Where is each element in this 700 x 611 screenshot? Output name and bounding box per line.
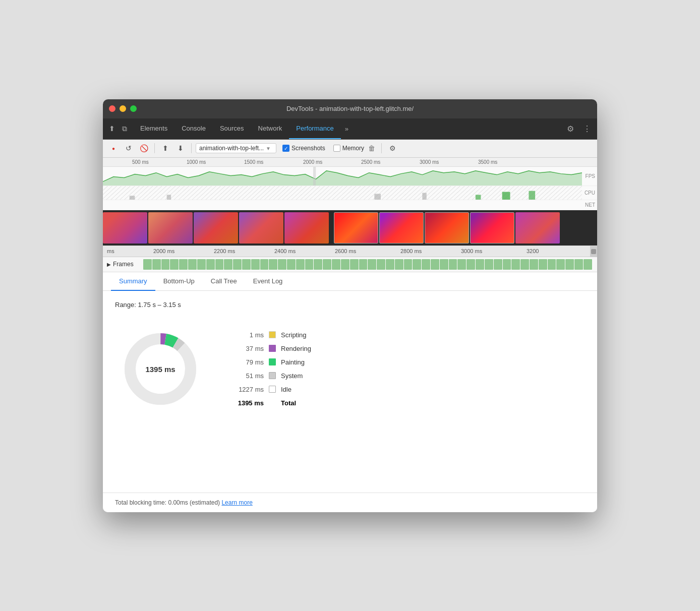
screenshot-thumb-5[interactable] (284, 212, 329, 243)
devtools-window: DevTools - animation-with-top-left.glitc… (103, 99, 597, 512)
tab-summary[interactable]: Summary (111, 272, 155, 291)
cpu-label: CPU (585, 190, 595, 196)
settings-icon[interactable]: ⚙ (565, 122, 576, 136)
time-marker2-2400: 2400 ms (274, 248, 296, 254)
toolbar-divider-2 (191, 143, 192, 153)
screenshots-checkbox[interactable]: ✓ (282, 145, 289, 152)
scripting-value: 1 ms (236, 331, 264, 339)
dropdown-arrow: ▼ (266, 146, 271, 151)
time-marker2-3000: 3000 ms (461, 248, 482, 254)
tab-bottom-up[interactable]: Bottom-Up (155, 272, 203, 291)
frame-bar (287, 259, 296, 270)
url-dropdown[interactable]: animation-with-top-left... ▼ (196, 143, 276, 153)
tab-console[interactable]: Console (174, 118, 213, 139)
memory-toggle-group: Memory (333, 145, 364, 152)
frame-bar (359, 259, 368, 270)
time-marker-3500: 3500 ms (477, 159, 497, 165)
screenshot-thumb-4[interactable] (239, 212, 283, 243)
frame-bar (530, 259, 538, 270)
import-button[interactable]: ⬆ (159, 142, 172, 155)
frame-bar (143, 259, 152, 270)
frame-bar (449, 259, 457, 270)
screenshot-thumb-9[interactable] (470, 212, 514, 243)
screenshots-strip (103, 210, 597, 246)
frame-bar (466, 259, 475, 270)
time-marker2-2200: 2200 ms (214, 248, 235, 254)
reload-button[interactable]: ↺ (122, 142, 135, 155)
analysis-tabs: Summary Bottom-Up Call Tree Event Log (103, 272, 597, 291)
frames-triangle-icon[interactable]: ▶ (107, 262, 111, 267)
check-icon: ✓ (284, 146, 288, 151)
range-text: Range: 1.75 s – 3.15 s (115, 301, 585, 309)
legend-row-painting: 79 ms Painting (236, 358, 311, 366)
minimize-button[interactable] (120, 105, 126, 112)
tab-event-log[interactable]: Event Log (245, 272, 291, 291)
frames-bars (143, 259, 592, 270)
frame-bar (224, 259, 232, 270)
tab-performance[interactable]: Performance (289, 118, 340, 139)
frame-bar (179, 259, 188, 270)
screenshot-thumb-6[interactable] (334, 212, 378, 243)
net-label: NET (585, 202, 595, 208)
tab-network[interactable]: Network (251, 118, 289, 139)
painting-value: 79 ms (236, 358, 264, 366)
export-button[interactable]: ⬇ (174, 142, 187, 155)
record-button[interactable]: ● (107, 142, 120, 155)
frame-bar (485, 259, 493, 270)
cpu-row: CPU (103, 186, 597, 200)
time-marker2-2800: 2800 ms (400, 248, 422, 254)
frame-bar (368, 259, 376, 270)
screenshots-toggle-group: ✓ Screenshots (282, 145, 325, 152)
maximize-button[interactable] (130, 105, 137, 112)
tab-bar-icons: ⬆ ⧉ (107, 123, 129, 135)
memory-label: Memory (342, 145, 364, 152)
idle-label: Idle (281, 386, 291, 393)
frame-bar (377, 259, 385, 270)
tab-elements[interactable]: Elements (133, 118, 174, 139)
svg-marker-0 (103, 170, 582, 185)
svg-rect-1 (313, 167, 316, 186)
frame-bar (548, 259, 556, 270)
close-button[interactable] (109, 105, 115, 112)
rendering-value: 37 ms (236, 345, 264, 352)
tab-call-tree[interactable]: Call Tree (203, 272, 245, 291)
frame-bar (341, 259, 349, 270)
rendering-label: Rendering (281, 345, 311, 352)
time-ruler-2: ms 2000 ms 2200 ms 2400 ms 2600 ms 2800 … (103, 246, 597, 257)
frame-bar (188, 259, 197, 270)
tab-sources[interactable]: Sources (213, 118, 251, 139)
screenshot-thumb-3[interactable] (194, 212, 238, 243)
layers-icon[interactable]: ⧉ (120, 123, 129, 135)
capture-settings-button[interactable]: ⚙ (386, 142, 399, 155)
screenshot-thumb-10[interactable] (515, 212, 560, 243)
screenshot-thumb-8[interactable] (425, 212, 469, 243)
net-row: NET (103, 200, 597, 210)
trash-icon[interactable]: 🗑 (366, 142, 377, 154)
bottom-bar: Total blocking time: 0.00ms (estimated) … (103, 493, 597, 512)
frame-bar (404, 259, 413, 270)
time-marker2-ms: ms (107, 248, 114, 254)
time-marker-3000: 3000 ms (419, 159, 439, 165)
frame-bar (296, 259, 305, 270)
screenshot-thumb-1[interactable] (103, 212, 147, 243)
frame-bar (457, 259, 466, 270)
system-label: System (281, 372, 303, 380)
frame-bar (422, 259, 430, 270)
tab-more-button[interactable]: » (341, 125, 353, 133)
memory-checkbox[interactable] (333, 145, 340, 152)
timeline-scrollbar[interactable] (590, 246, 597, 257)
clear-button[interactable]: 🚫 (137, 142, 150, 155)
donut-center-value: 1395 ms (145, 364, 175, 373)
screenshot-thumb-7[interactable] (379, 212, 424, 243)
svg-rect-8 (476, 195, 481, 200)
screenshot-thumb-2[interactable] (148, 212, 193, 243)
frame-bar (242, 259, 251, 270)
frame-bar (233, 259, 242, 270)
blocking-time-text: Total blocking time: 0.00ms (estimated) (115, 499, 220, 506)
cursor-icon[interactable]: ⬆ (107, 123, 117, 135)
more-menu-icon[interactable]: ⋮ (581, 122, 593, 136)
frame-bar (350, 259, 359, 270)
legend-row-idle: 1227 ms Idle (236, 386, 311, 393)
frame-bar (431, 259, 439, 270)
learn-more-link[interactable]: Learn more (221, 499, 252, 506)
